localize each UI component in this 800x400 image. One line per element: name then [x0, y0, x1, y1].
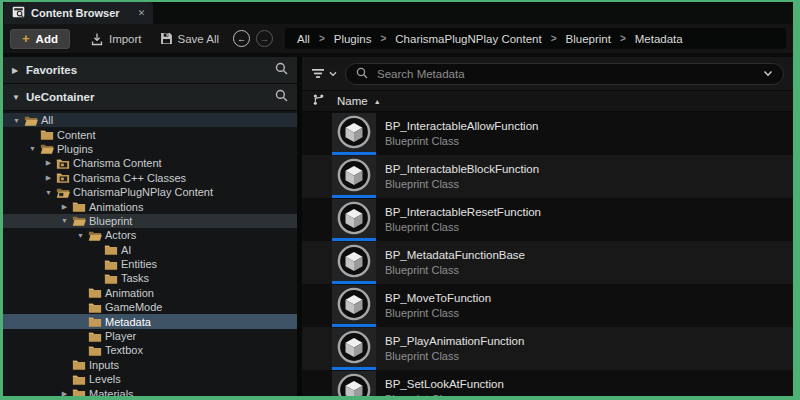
breadcrumb-item[interactable]: All: [297, 33, 310, 45]
chevron-right-icon[interactable]: ▶: [57, 390, 72, 396]
asset-thumbnail[interactable]: [332, 156, 376, 198]
tree-item-label: Charisma C++ Classes: [73, 172, 186, 184]
tree-item-tasks[interactable]: Tasks: [3, 271, 297, 285]
folder-open-icon: [40, 142, 55, 155]
chevron-right-icon[interactable]: ▶: [57, 203, 72, 211]
asset-row-bp_interactableblockfunction[interactable]: BP_InteractableBlockFunctionBlueprint Cl…: [302, 155, 793, 198]
tree-item-label: AI: [121, 244, 131, 256]
asset-row-bp_interactableallowfunction[interactable]: BP_InteractableAllowFunctionBlueprint Cl…: [302, 112, 793, 155]
main-area: ▶ Favorites ▼ UeContainer ▼AllContent▼Pl…: [3, 57, 793, 396]
folder-icon: [40, 128, 55, 141]
content-browser-icon: [12, 4, 25, 22]
breadcrumb-item[interactable]: Metadata: [635, 33, 683, 45]
tree-item-materials[interactable]: ▶Materials: [3, 386, 297, 396]
tree-item-textbox[interactable]: Textbox: [3, 343, 297, 357]
search-input[interactable]: [375, 67, 756, 81]
tree-item-metadata[interactable]: Metadata: [3, 314, 297, 328]
save-all-button-label: Save All: [178, 33, 220, 45]
asset-thumbnail[interactable]: [332, 371, 376, 397]
asset-row-bp_movetofunction[interactable]: BP_MoveToFunctionBlueprint Class: [302, 284, 793, 327]
hierarchy-icon[interactable]: [312, 92, 325, 110]
tree-item-ai[interactable]: AI: [3, 243, 297, 257]
asset-type: Blueprint Class: [385, 392, 504, 396]
tree-item-player[interactable]: Player: [3, 329, 297, 343]
asset-search-row: [302, 57, 793, 90]
breadcrumb-item[interactable]: Blueprint: [566, 33, 611, 45]
asset-type-color-bar: [332, 195, 376, 198]
search-icon[interactable]: [275, 88, 288, 106]
tree-item-animations[interactable]: ▶Animations: [3, 199, 297, 213]
asset-row-bp_playanimationfunction[interactable]: BP_PlayAnimationFunctionBlueprint Class: [302, 327, 793, 370]
asset-thumbnail[interactable]: [332, 328, 376, 370]
asset-row-bp_setlookatfunction[interactable]: BP_SetLookAtFunctionBlueprint Class: [302, 370, 793, 396]
breadcrumb-item[interactable]: Plugins: [334, 33, 372, 45]
asset-thumbnail[interactable]: [332, 285, 376, 327]
tree-item-gamemode[interactable]: GameMode: [3, 300, 297, 314]
tree-item-charisma-content[interactable]: ▶Charisma Content: [3, 156, 297, 170]
filter-icon: [311, 67, 326, 80]
chevron-down-icon[interactable]: ▼: [73, 232, 88, 239]
tree-item-label: Actors: [105, 229, 136, 241]
tree-item-blueprint[interactable]: ▼Blueprint: [3, 214, 297, 228]
chevron-right-icon[interactable]: ▶: [41, 159, 56, 167]
breadcrumb-item[interactable]: CharismaPlugNPlay Content: [395, 33, 541, 45]
folder-tree: ▼AllContent▼Plugins▶Charisma Content▶Cha…: [3, 111, 297, 396]
add-button-label: Add: [36, 33, 58, 45]
add-button[interactable]: + Add: [10, 29, 70, 49]
tree-item-label: Player: [105, 330, 136, 342]
close-icon[interactable]: ✕: [138, 8, 146, 18]
asset-text: BP_InteractableResetFunctionBlueprint Cl…: [385, 205, 541, 234]
tree-item-entities[interactable]: Entities: [3, 257, 297, 271]
asset-type: Blueprint Class: [385, 134, 538, 148]
back-button[interactable]: ←: [233, 30, 250, 47]
tree-item-plugins[interactable]: ▼Plugins: [3, 142, 297, 156]
import-button[interactable]: Import: [90, 32, 142, 46]
asset-row-bp_interactableresetfunction[interactable]: BP_InteractableResetFunctionBlueprint Cl…: [302, 198, 793, 241]
tree-item-content[interactable]: Content: [3, 127, 297, 141]
blueprint-class-icon: [332, 199, 376, 238]
asset-text: BP_PlayAnimationFunctionBlueprint Class: [385, 334, 524, 363]
tree-item-charisma-c-classes[interactable]: ▶Charisma C++ Classes: [3, 171, 297, 185]
tab-bar: Content Browser ✕: [3, 2, 793, 24]
tree-item-label: Charisma Content: [73, 157, 162, 169]
chevron-down-icon[interactable]: ▼: [57, 217, 72, 224]
asset-thumbnail[interactable]: [332, 113, 376, 155]
sources-panel: ▶ Favorites ▼ UeContainer ▼AllContent▼Pl…: [3, 57, 297, 396]
chevron-right-icon[interactable]: ▶: [12, 66, 26, 75]
tree-item-inputs[interactable]: Inputs: [3, 358, 297, 372]
chevron-down-icon[interactable]: ▼: [12, 93, 26, 102]
chevron-down-icon[interactable]: ▼: [25, 145, 40, 152]
folder-icon: [104, 258, 119, 271]
asset-thumbnail[interactable]: [332, 199, 376, 241]
tree-item-actors[interactable]: ▼Actors: [3, 228, 297, 242]
asset-thumbnail[interactable]: [332, 242, 376, 284]
uecontainer-label: UeContainer: [26, 91, 94, 103]
tree-item-charismaplugnplay-content[interactable]: ▼CharismaPlugNPlay Content: [3, 185, 297, 199]
chevron-down-icon: [329, 71, 337, 77]
uecontainer-section-header[interactable]: ▼ UeContainer: [3, 84, 297, 111]
list-column-header: Name ▲: [302, 90, 793, 112]
search-icon: [356, 65, 368, 83]
filter-button[interactable]: [311, 67, 337, 80]
folder-icon: [72, 387, 87, 396]
tab-content-browser[interactable]: Content Browser ✕: [4, 2, 153, 24]
search-icon[interactable]: [275, 61, 288, 79]
asset-row-bp_metadatafunctionbase[interactable]: BP_MetadataFunctionBaseBlueprint Class: [302, 241, 793, 284]
folder-icon: [104, 272, 119, 285]
tree-item-all[interactable]: ▼All: [3, 113, 297, 127]
tree-item-label: GameMode: [105, 301, 162, 313]
tree-item-label: Inputs: [89, 359, 119, 371]
tree-item-animation[interactable]: Animation: [3, 286, 297, 300]
tree-item-label: All: [41, 114, 53, 126]
tree-item-levels[interactable]: Levels: [3, 372, 297, 386]
chevron-down-icon[interactable]: ▼: [41, 189, 56, 196]
folder-icon: [88, 286, 103, 299]
save-all-button[interactable]: Save All: [160, 32, 220, 45]
favorites-section-header[interactable]: ▶ Favorites: [3, 57, 297, 84]
sort-by-name-header[interactable]: Name: [337, 95, 368, 107]
chevron-down-icon[interactable]: ▼: [9, 117, 24, 124]
chevron-right-icon[interactable]: ▶: [41, 174, 56, 182]
forward-button[interactable]: →: [256, 30, 273, 47]
chevron-down-icon[interactable]: [763, 70, 773, 77]
folder-open-icon: [24, 114, 39, 127]
